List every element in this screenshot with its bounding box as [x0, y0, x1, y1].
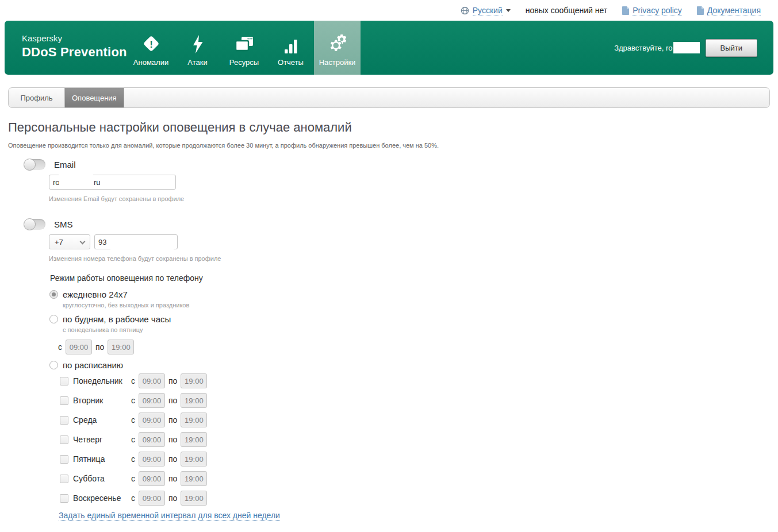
day-checkbox[interactable]	[60, 377, 68, 385]
language-link[interactable]: Русский	[473, 6, 503, 16]
radio-weekdays[interactable]	[49, 315, 58, 323]
chevron-down-icon	[506, 9, 511, 12]
redaction-block	[59, 172, 93, 186]
day-from-input[interactable]	[139, 393, 165, 408]
brand-logo: Kaspersky DDoS Prevention	[22, 33, 127, 60]
day-label[interactable]: Среда	[73, 415, 131, 425]
brand-line1: Kaspersky	[22, 33, 127, 44]
email-suffix-text: ru	[94, 178, 101, 187]
day-label[interactable]: Пятница	[73, 454, 131, 464]
day-to-input[interactable]	[181, 491, 207, 506]
sms-toggle[interactable]	[24, 219, 45, 230]
document-icon	[622, 6, 629, 15]
sms-toggle-row: SMS	[24, 219, 778, 230]
email-toggle[interactable]	[24, 159, 45, 170]
day-label[interactable]: Воскресенье	[73, 494, 131, 503]
lightning-icon	[191, 31, 205, 54]
weekday-to-input[interactable]	[108, 340, 134, 354]
day-label[interactable]: Понедельник	[73, 376, 131, 385]
weekday-from-input[interactable]	[66, 340, 92, 354]
to-label: по	[168, 454, 177, 464]
nav-item-anomalies[interactable]: ! Аномалии	[128, 21, 174, 75]
phone-row: +7	[49, 234, 778, 249]
day-checkbox[interactable]	[60, 396, 68, 405]
to-label: по	[168, 415, 177, 425]
radio-by-schedule[interactable]	[49, 361, 58, 369]
privacy-policy-link[interactable]: Privacy policy	[633, 6, 682, 16]
day-from-input[interactable]	[139, 491, 165, 506]
email-label: Email	[54, 160, 76, 169]
bar-chart-icon	[284, 31, 298, 54]
to-label: по	[168, 474, 177, 483]
document-icon	[697, 6, 704, 15]
day-checkbox[interactable]	[60, 416, 68, 425]
redaction-block	[110, 239, 174, 254]
toggle-knob	[24, 218, 36, 230]
top-bar: Русский новых сообщений нет Privacy poli…	[0, 0, 778, 20]
radio-note: с понедельника по пятницу	[63, 326, 778, 333]
nav-item-label: Атаки	[187, 58, 207, 67]
nav-item-label: Ресурсы	[229, 58, 259, 67]
main-nav: ! Аномалии Атаки Ресурсы Отчеты	[128, 21, 361, 75]
radio-label[interactable]: по будням, в рабочие часы	[63, 314, 171, 324]
from-label: с	[131, 415, 135, 425]
day-row-thursday: Четверг с по	[60, 432, 778, 447]
radio-row-daily: ежедневно 24x7	[49, 290, 778, 299]
radio-row-weekdays: по будням, в рабочие часы	[49, 314, 778, 324]
nav-item-reports[interactable]: Отчеты	[267, 21, 314, 75]
day-to-input[interactable]	[181, 393, 207, 408]
tab-profile[interactable]: Профиль	[9, 88, 64, 107]
day-from-input[interactable]	[139, 413, 165, 427]
email-note: Изменения Email будут сохранены в профил…	[49, 195, 778, 202]
logout-button[interactable]: Выйти	[706, 39, 758, 57]
radio-label[interactable]: по расписанию	[63, 360, 123, 370]
to-label: по	[95, 342, 104, 352]
nav-item-settings[interactable]: Настройки	[314, 21, 361, 75]
from-label: с	[131, 396, 135, 405]
day-row-monday: Понедельник с по	[60, 373, 778, 388]
nav-item-attacks[interactable]: Атаки	[174, 21, 221, 75]
nav-item-resources[interactable]: Ресурсы	[221, 21, 267, 75]
country-code-value: +7	[55, 238, 63, 246]
day-checkbox[interactable]	[60, 435, 68, 444]
from-label: с	[131, 494, 135, 503]
language-switcher[interactable]: Русский	[461, 6, 511, 16]
privacy-policy[interactable]: Privacy policy	[622, 6, 682, 16]
day-from-input[interactable]	[139, 373, 165, 388]
day-from-input[interactable]	[139, 452, 165, 467]
day-row-wednesday: Среда с по	[60, 413, 778, 427]
to-label: по	[168, 435, 177, 444]
day-label[interactable]: Суббота	[73, 474, 131, 483]
from-label: с	[131, 474, 135, 483]
country-code-select[interactable]: +7	[49, 234, 90, 249]
day-to-input[interactable]	[181, 373, 207, 388]
day-checkbox[interactable]	[60, 455, 68, 464]
day-from-input[interactable]	[139, 432, 165, 447]
day-to-input[interactable]	[181, 452, 207, 467]
radio-row-schedule: по расписанию	[49, 360, 778, 370]
user-area: Здравствуйте, ro Выйти	[614, 21, 757, 75]
day-label[interactable]: Четверг	[73, 435, 131, 444]
tab-notifications[interactable]: Оповещения	[64, 88, 124, 107]
set-uniform-interval-link[interactable]: Задать единый временной интервал для все…	[59, 511, 280, 521]
page-title: Персональные настройки оповещения в случ…	[8, 120, 778, 135]
day-label[interactable]: Вторник	[73, 396, 131, 405]
toggle-knob	[24, 159, 36, 171]
email-toggle-row: Email	[24, 159, 778, 170]
radio-label[interactable]: ежедневно 24x7	[63, 290, 128, 299]
windows-icon	[235, 31, 254, 54]
day-checkbox[interactable]	[60, 494, 68, 503]
day-checkbox[interactable]	[60, 475, 68, 483]
day-to-input[interactable]	[181, 471, 207, 486]
day-to-input[interactable]	[181, 413, 207, 427]
messages-status: новых сообщений нет	[526, 6, 608, 15]
documentation[interactable]: Документация	[697, 6, 761, 16]
redaction-block	[673, 42, 700, 53]
radio-daily-24x7[interactable]	[49, 290, 58, 299]
day-row-tuesday: Вторник с по	[60, 393, 778, 408]
day-to-input[interactable]	[181, 432, 207, 447]
day-from-input[interactable]	[139, 471, 165, 486]
documentation-link[interactable]: Документация	[707, 6, 761, 16]
day-row-friday: Пятница с по	[60, 452, 778, 467]
sms-label: SMS	[54, 219, 73, 229]
